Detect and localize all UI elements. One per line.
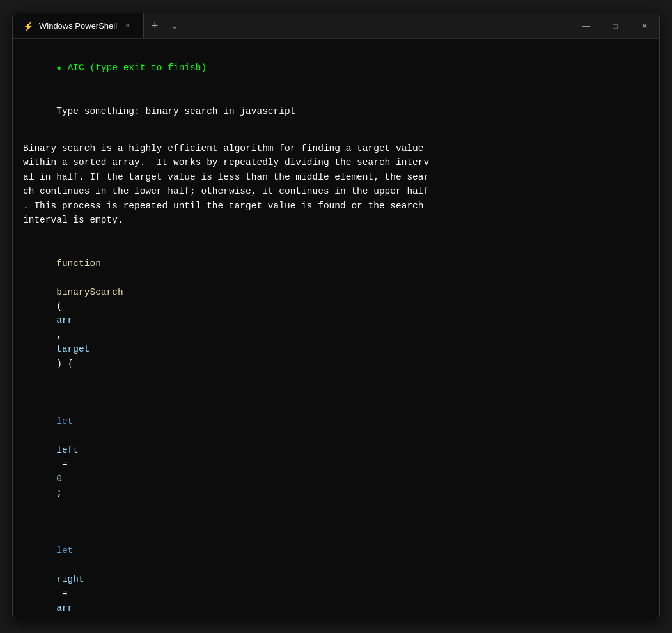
function-name: binarySearch bbox=[56, 287, 123, 297]
header-line: ★ AIC (type exit to finish) bbox=[23, 47, 649, 90]
var-right: right bbox=[56, 574, 84, 584]
description-line-4: ch continues in the lower half; otherwis… bbox=[23, 184, 649, 198]
minimize-button[interactable]: — bbox=[571, 13, 600, 38]
description-line-6: interval is empty. bbox=[23, 213, 649, 227]
active-tab[interactable]: ⚡ Windows PowerShell ✕ bbox=[13, 13, 144, 38]
description-line-3: al in half. If the target value is less … bbox=[23, 170, 649, 184]
code-let-left: let left = 0 ; bbox=[23, 386, 649, 515]
titlebar-right: — □ ✕ bbox=[571, 13, 659, 38]
keyword-let-1: let bbox=[56, 416, 73, 426]
param-target: target bbox=[56, 344, 90, 354]
param-arr: arr bbox=[56, 315, 73, 325]
prompt-line: Type something: binary search in javascr… bbox=[23, 90, 649, 132]
keyword-let-2: let bbox=[56, 545, 73, 556]
close-button[interactable]: ✕ bbox=[630, 13, 659, 38]
titlebar: ⚡ Windows PowerShell ✕ + ⌄ — □ ✕ bbox=[13, 13, 659, 39]
titlebar-left: ⚡ Windows PowerShell ✕ + ⌄ bbox=[13, 13, 183, 38]
description-line-1: Binary search is a highly efficient algo… bbox=[23, 141, 649, 155]
var-left: left bbox=[56, 445, 79, 455]
blank-1 bbox=[23, 228, 649, 242]
code-let-right: let right = arr . length - 1 ; bbox=[23, 515, 649, 620]
separator bbox=[23, 136, 125, 136]
num-0: 0 bbox=[56, 474, 62, 484]
code-function-def: function binarySearch ( arr , target ) { bbox=[23, 242, 649, 386]
maximize-button[interactable]: □ bbox=[600, 13, 630, 38]
tab-title: Windows PowerShell bbox=[39, 21, 117, 31]
tab-close-button[interactable]: ✕ bbox=[122, 20, 133, 31]
tab-dropdown-button[interactable]: ⌄ bbox=[166, 13, 183, 38]
description-line-5: . This process is repeated until the tar… bbox=[23, 199, 649, 213]
description-line-2: within a sorted array. It works by repea… bbox=[23, 155, 649, 169]
terminal-window: ⚡ Windows PowerShell ✕ + ⌄ — □ ✕ ★ AIC (… bbox=[12, 13, 660, 620]
ref-arr-length: arr bbox=[56, 603, 73, 613]
prompt-text: Type something: binary search in javascr… bbox=[56, 106, 295, 116]
powershell-icon: ⚡ bbox=[23, 21, 34, 31]
keyword-function: function bbox=[56, 258, 101, 269]
terminal-body[interactable]: ★ AIC (type exit to finish) Type somethi… bbox=[13, 39, 659, 620]
new-tab-button[interactable]: + bbox=[144, 13, 166, 38]
star-icon: ★ AIC (type exit to finish) bbox=[56, 63, 207, 73]
